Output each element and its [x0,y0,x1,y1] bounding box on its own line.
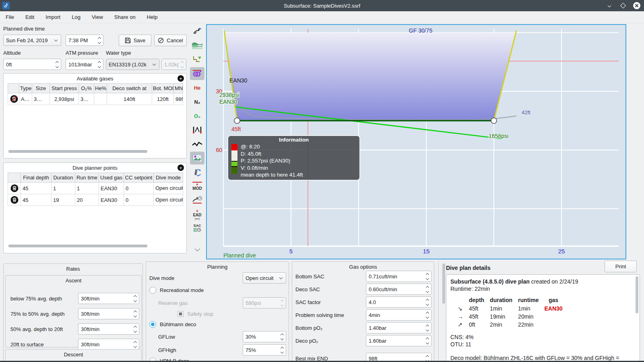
details-vscrollbar[interactable] [636,276,638,313]
menu-edit[interactable]: Edit [20,12,40,22]
tooltip-time: @: 6:20 [241,143,303,150]
col-he[interactable]: He% [94,84,107,93]
rate-spinner[interactable]: 30ft/min [78,308,139,319]
point-row[interactable]: 45 1 1 EAN30 0 Open circuit [8,183,183,194]
waves-icon [192,42,202,49]
dive-time-spinner[interactable]: 7:38 PM [66,35,103,46]
dive-date-combo[interactable]: Sun Feb 24, 2019 [3,35,61,46]
cancel-button[interactable]: Cancel [154,35,187,46]
problem-time-spinner[interactable]: 4min [366,309,431,321]
deco-po2-spinner[interactable]: 1.60bar [366,335,431,346]
toolbar-mod-button[interactable]: + MOD [190,180,204,193]
col-dive-mode[interactable]: Dive mode [154,173,183,183]
gas-mnd: 98f [174,93,183,105]
toolbar-photos-button[interactable] [190,152,204,165]
gas-row[interactable]: A… 3… 2,938psi 3… 140ft 120ft 98f [8,93,183,105]
col-start-press[interactable]: Start press [50,84,79,93]
toolbar-collapse-button[interactable] [190,244,204,253]
time-tick-25: 25 [558,248,565,255]
toolbar-diver-button[interactable] [190,25,204,38]
menu-file[interactable]: File [0,12,20,22]
col-run-time[interactable]: Run time [75,173,99,183]
menu-import[interactable]: Import [40,12,66,22]
ascent-title: Ascent [6,276,141,284]
col-cc-setpoint[interactable]: CC setpoint [124,173,154,183]
col-bot-mod[interactable]: Bot. MOD [152,84,174,93]
toolbar-ceiling-button[interactable] [190,53,204,66]
buhlmann-deco-radio[interactable]: Bühlmann deco [149,321,196,328]
bottom-vscrollbar[interactable] [442,263,445,304]
o2-toggle-label: O₂ [194,113,200,119]
details-col-gas: gas [544,296,568,304]
segment-runtime: 1min [518,304,544,313]
bottom-sac-spinner[interactable]: 0.71cuft/min [366,271,431,282]
menu-log[interactable]: Log [66,12,86,22]
col-mnd[interactable]: MN [174,84,183,93]
atm-pressure-spinner[interactable]: 1013mbar [66,59,103,70]
diver-icon [192,27,202,36]
col-deco-switch[interactable]: Deco switch at [107,84,152,93]
details-text[interactable]: Subsurface (4.8.5.0) dive plan created o… [446,274,640,362]
point-row[interactable]: 45 19 20 EAN30 0 Open circuit [8,194,183,206]
sac-factor-spinner[interactable]: 4.0 [366,296,431,308]
maximize-icon[interactable] [619,2,627,10]
segment-depth: 0ft [469,321,490,329]
toolbar-ndl-button[interactable] [190,194,204,207]
rate-spinner[interactable]: 30ft/min [78,293,139,304]
bottom-po2-spinner[interactable]: 1.40bar [366,322,431,333]
details-otu: OTU: 11 [450,341,636,348]
menu-view[interactable]: View [86,12,109,22]
dive-profile-chart[interactable]: GF 30/75 30 60 5 15 25 EAN30 2938psi EAN… [206,24,626,259]
save-button[interactable]: Save [119,35,151,46]
col-size[interactable]: Size [32,84,50,93]
waypoint-handle[interactable] [234,118,240,123]
dive-plan-details-panel: Dive plan details Print Subsurface (4.8.… [446,261,640,362]
toolbar-water-button[interactable] [190,39,204,52]
panel-splitter[interactable] [438,261,439,362]
delete-point-icon[interactable] [10,195,19,204]
toolbar-gaschange-button[interactable] [190,166,204,179]
toolbar-heartrate-button[interactable] [190,138,204,150]
toolbar-ruler-button[interactable] [190,123,204,136]
ead-label: EAD [193,213,201,217]
col-final-depth[interactable]: Final depth [21,173,52,183]
minimize-icon[interactable] [605,2,613,10]
toolbar-o2-button[interactable]: O₂ [190,109,204,122]
water-type-label: Water type [106,50,131,56]
altitude-spinner[interactable]: 0ft [3,59,61,70]
menu-help[interactable]: Help [141,12,163,22]
gfhigh-spinner[interactable]: 75% [243,344,286,356]
dive-date-value: Sun Feb 24, 2019 [6,37,47,43]
close-icon[interactable] [633,2,641,10]
rate-spinner[interactable]: 30ft/min [78,339,139,350]
gases-hscrollbar[interactable] [8,150,147,153]
toolbar-ead-button[interactable]: + EAD (•••) [190,208,204,221]
toolbar-sac-button[interactable]: SAC [190,222,204,235]
col-used-gas[interactable]: Used gas [99,173,124,183]
ead-plus: + [193,209,201,213]
add-point-button[interactable]: + [178,165,184,171]
rate-spinner[interactable]: 30ft/min [78,323,139,335]
dive-mode-combo[interactable]: Open circuit [243,272,286,284]
deco-sac-spinner[interactable]: 0.60cuft/min [366,284,431,295]
water-type-combo[interactable]: EN13319 (1.02k [106,59,159,70]
toolbar-he-button[interactable]: He [190,81,204,94]
add-gas-button[interactable]: + [178,75,184,82]
safety-stop-checkbox[interactable]: Safety stop [178,311,213,317]
print-button[interactable]: Print [605,261,637,272]
waypoint-handle[interactable] [491,118,497,123]
delete-point-icon[interactable] [10,184,19,193]
toolbar-n2-button[interactable]: N₂ [190,95,204,108]
col-type[interactable]: Type [19,84,32,93]
points-hscrollbar[interactable] [8,245,147,247]
menu-share-on[interactable]: Share on [109,12,141,22]
delete-gas-disabled-icon[interactable] [10,95,19,103]
information-tooltip[interactable]: Information @: 6:20 D: 45.0ft P: 2,557ps… [227,135,360,181]
gflow-spinner[interactable]: 30% [243,331,286,342]
toolbar-dc-ceiling-button[interactable] [190,67,204,80]
col-duration[interactable]: Duration [52,173,75,183]
save-button-label: Save [134,37,146,43]
recreational-mode-radio[interactable]: Recreational mode [149,287,204,294]
col-o2[interactable]: O₂% [79,84,94,93]
segment-gas [544,313,568,321]
